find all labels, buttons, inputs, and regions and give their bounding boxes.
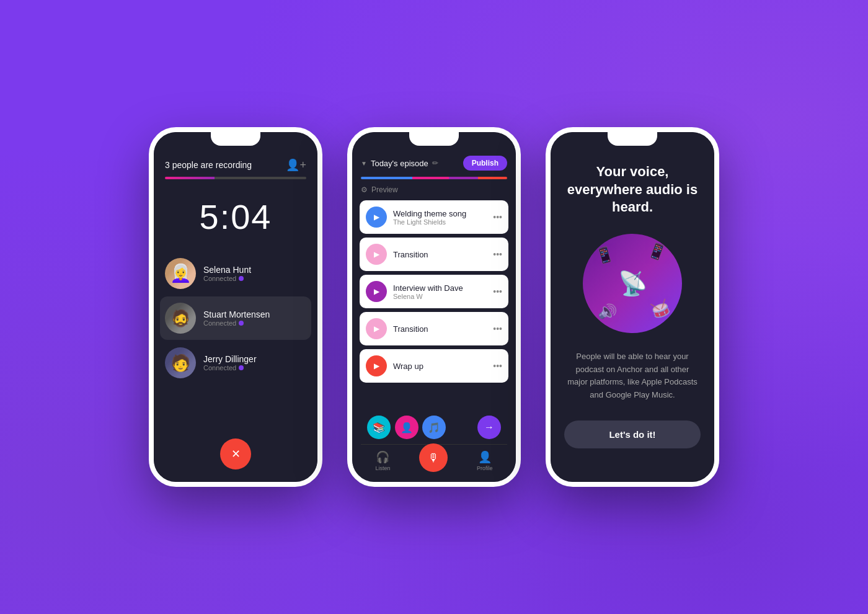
phone3-notch	[608, 132, 657, 146]
more-options-icon[interactable]: •••	[493, 287, 502, 296]
track-info: Transition	[393, 324, 487, 334]
episode-color-bar	[361, 177, 507, 179]
track-name: Welding theme song	[393, 209, 487, 218]
color-segment-pink	[412, 177, 449, 179]
progress-fill	[165, 177, 215, 179]
color-segment-purple	[449, 177, 478, 179]
track-play-button[interactable]: ▶	[366, 318, 387, 339]
participant-status: Connected	[203, 275, 306, 282]
participant-status: Connected	[203, 364, 306, 372]
speaker-device-icon: 🔊	[597, 301, 618, 322]
phone-onboarding: Your voice, everywhere audio is heard. 📱…	[546, 127, 719, 487]
recording-progress	[154, 177, 317, 179]
onboard-description: People will be able to hear your podcast…	[551, 350, 714, 402]
fab-music-button[interactable]: 🎵	[422, 416, 446, 439]
nav-listen-label: Listen	[375, 465, 390, 471]
participant-name: Jerry Dillinger	[203, 354, 306, 364]
participant-status: Connected	[203, 319, 306, 327]
phone-editor: ▼ Today's episode ✏ Publish ⚙ Preview ▶	[347, 127, 521, 487]
list-item: Jerry Dillinger Connected	[160, 341, 311, 385]
status-dot	[239, 321, 244, 326]
color-segment-blue	[361, 177, 412, 179]
more-options-icon[interactable]: •••	[493, 212, 502, 222]
track-play-button[interactable]: ▶	[366, 244, 387, 265]
list-item: ▶ Transition •••	[360, 238, 508, 271]
participant-info: Selena Hunt Connected	[203, 265, 306, 282]
participant-name: Stuart Mortensen	[203, 309, 306, 319]
phone2-notch	[409, 132, 459, 146]
phones-container: 3 people are recording 👤+ 5:04 Selena Hu…	[149, 127, 719, 487]
phone1-header: 3 people are recording 👤+	[154, 151, 317, 177]
list-item: ▶ Welding theme song The Light Shields •…	[360, 200, 508, 234]
preview-row: ⚙ Preview	[352, 182, 516, 198]
participant-info: Stuart Mortensen Connected	[203, 309, 306, 327]
settings-icon: ⚙	[361, 185, 368, 194]
fab-library-button[interactable]: 📚	[367, 416, 391, 439]
track-subtitle: Selena W	[393, 293, 487, 300]
edit-icon[interactable]: ✏	[432, 159, 438, 167]
more-options-icon[interactable]: •••	[493, 324, 502, 334]
list-item: ▶ Wrap up •••	[360, 349, 508, 383]
avatar	[165, 303, 196, 334]
profile-icon: 👤	[478, 450, 492, 464]
end-call-button[interactable]: ✕	[220, 438, 251, 469]
track-name: Wrap up	[393, 362, 487, 371]
phone1-notch	[211, 132, 260, 146]
publish-button[interactable]: Publish	[463, 156, 507, 171]
broadcast-icon: 📡	[618, 270, 647, 297]
participant-list: Selena Hunt Connected Stuart Mortensen C…	[154, 252, 317, 426]
track-info: Transition	[393, 250, 487, 259]
headphones-icon: 🎧	[376, 450, 389, 464]
fab-row: 📚 👤 🎵 →	[361, 416, 507, 439]
fab-next-button[interactable]: →	[477, 416, 501, 439]
nav-profile[interactable]: 👤 Profile	[477, 450, 493, 471]
more-options-icon[interactable]: •••	[493, 361, 502, 371]
track-play-button[interactable]: ▶	[366, 281, 387, 302]
nav-listen[interactable]: 🎧 Listen	[375, 450, 390, 471]
lets-go-button[interactable]: Let's do it!	[564, 420, 701, 448]
track-play-button[interactable]: ▶	[366, 355, 387, 376]
track-info: Interview with Dave Selena W	[393, 283, 487, 300]
drum-device-icon: 🥁	[649, 297, 672, 320]
list-item: ▶ Transition •••	[360, 312, 508, 345]
track-subtitle: The Light Shields	[393, 218, 487, 226]
add-person-icon[interactable]: 👤+	[286, 158, 306, 172]
status-dot	[239, 365, 244, 370]
track-info: Wrap up	[393, 362, 487, 371]
onboard-title: Your voice, everywhere audio is heard.	[551, 163, 714, 216]
track-info: Welding theme song The Light Shields	[393, 209, 487, 226]
progress-empty	[215, 177, 306, 179]
onboard-illustration: 📱 📱 🔊 🥁 📡	[583, 234, 682, 333]
phone2-bottom: 📚 👤 🎵 → 🎧 Listen 🎙 👤 Profile	[352, 409, 516, 482]
participant-info: Jerry Dillinger Connected	[203, 354, 306, 372]
track-name: Transition	[393, 324, 487, 334]
episode-title: Today's episode	[371, 159, 428, 168]
track-play-button[interactable]: ▶	[366, 207, 387, 228]
phone-device-icon: 📱	[645, 240, 669, 263]
track-name: Interview with Dave	[393, 283, 487, 293]
record-button[interactable]: 🎙	[419, 443, 448, 472]
episode-title-row: ▼ Today's episode ✏	[361, 159, 438, 168]
bottom-nav: 🎧 Listen 🎙 👤 Profile	[361, 444, 507, 477]
list-item: Stuart Mortensen Connected	[160, 296, 311, 340]
status-dot	[239, 276, 244, 281]
list-item: Selena Hunt Connected	[160, 252, 311, 295]
tablet-device-icon: 📱	[593, 244, 616, 265]
list-item: ▶ Interview with Dave Selena W •••	[360, 275, 508, 308]
color-segment-red	[478, 177, 507, 179]
fab-people-button[interactable]: 👤	[395, 416, 418, 439]
track-name: Transition	[393, 250, 487, 259]
avatar	[165, 258, 196, 289]
more-options-icon[interactable]: •••	[493, 249, 502, 259]
recording-timer: 5:04	[154, 197, 317, 237]
avatar	[165, 347, 196, 378]
track-list: ▶ Welding theme song The Light Shields •…	[352, 198, 516, 409]
participant-name: Selena Hunt	[203, 265, 306, 275]
preview-label: Preview	[371, 185, 398, 194]
phone2-header: ▼ Today's episode ✏ Publish	[352, 149, 516, 174]
dropdown-arrow-icon[interactable]: ▼	[361, 160, 367, 167]
recording-status: 3 people are recording	[165, 160, 252, 170]
phone-recording: 3 people are recording 👤+ 5:04 Selena Hu…	[149, 127, 322, 487]
nav-profile-label: Profile	[477, 465, 493, 471]
